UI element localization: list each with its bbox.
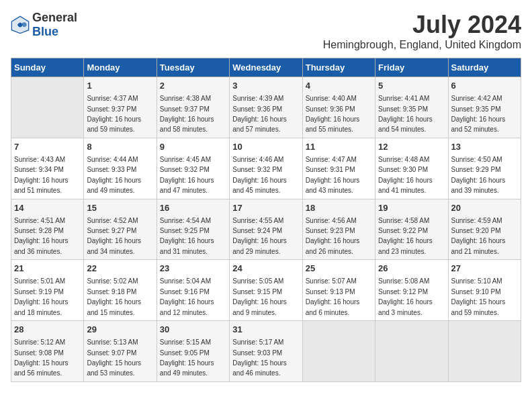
week-row-3: 14Sunrise: 4:51 AM Sunset: 9:28 PM Dayli… [11,199,521,260]
day-number: 16 [160,202,226,214]
column-header-sunday: Sunday [11,58,84,77]
week-row-1: 1Sunrise: 4:37 AM Sunset: 9:37 PM Daylig… [11,77,521,138]
day-cell: 30Sunrise: 5:15 AM Sunset: 9:05 PM Dayli… [157,321,229,382]
day-info: Sunrise: 4:50 AM Sunset: 9:29 PM Dayligh… [451,156,506,194]
day-number: 30 [160,324,226,336]
day-info: Sunrise: 4:48 AM Sunset: 9:30 PM Dayligh… [378,156,433,194]
day-cell: 24Sunrise: 5:05 AM Sunset: 9:15 PM Dayli… [230,260,302,321]
day-info: Sunrise: 5:01 AM Sunset: 9:19 PM Dayligh… [14,277,69,316]
day-number: 26 [378,263,445,275]
day-number: 25 [306,263,372,275]
day-number: 9 [160,141,226,153]
day-info: Sunrise: 4:51 AM Sunset: 9:28 PM Dayligh… [14,217,69,255]
title-section: July 2024 Hemingbrough, England, United … [323,11,521,51]
day-number: 10 [232,141,299,153]
logo-text: General Blue [32,11,77,39]
day-info: Sunrise: 5:10 AM Sunset: 9:10 PM Dayligh… [451,277,506,316]
day-cell [11,77,84,138]
day-number: 15 [87,202,153,214]
day-number: 13 [451,141,518,153]
day-number: 19 [378,202,445,214]
month-year: July 2024 [323,11,521,39]
day-number: 23 [160,263,226,275]
day-cell: 5Sunrise: 4:41 AM Sunset: 9:35 PM Daylig… [375,77,448,138]
day-number: 22 [87,263,153,275]
day-cell [448,321,521,382]
day-cell: 18Sunrise: 4:56 AM Sunset: 9:23 PM Dayli… [302,199,375,260]
column-header-tuesday: Tuesday [157,58,229,77]
day-number: 4 [306,80,372,92]
day-cell: 26Sunrise: 5:08 AM Sunset: 9:12 PM Dayli… [375,260,448,321]
day-cell: 29Sunrise: 5:13 AM Sunset: 9:07 PM Dayli… [84,321,157,382]
header: General Blue July 2024 Hemingbrough, Eng… [11,11,521,51]
day-info: Sunrise: 4:42 AM Sunset: 9:35 PM Dayligh… [451,95,506,133]
header-row: SundayMondayTuesdayWednesdayThursdayFrid… [11,58,521,77]
day-number: 8 [87,141,153,153]
day-info: Sunrise: 5:12 AM Sunset: 9:08 PM Dayligh… [14,338,69,377]
day-number: 20 [451,202,518,214]
day-info: Sunrise: 4:54 AM Sunset: 9:25 PM Dayligh… [160,217,214,255]
logo-blue: Blue [32,25,58,38]
day-info: Sunrise: 4:56 AM Sunset: 9:23 PM Dayligh… [306,217,360,255]
column-header-saturday: Saturday [448,58,521,77]
day-number: 2 [160,80,226,92]
location: Hemingbrough, England, United Kingdom [323,39,521,51]
day-info: Sunrise: 4:43 AM Sunset: 9:34 PM Dayligh… [14,156,69,194]
day-number: 17 [232,202,299,214]
column-header-monday: Monday [84,58,157,77]
day-cell: 9Sunrise: 4:45 AM Sunset: 9:32 PM Daylig… [157,138,229,199]
day-info: Sunrise: 4:41 AM Sunset: 9:35 PM Dayligh… [378,95,433,133]
day-cell: 20Sunrise: 4:59 AM Sunset: 9:20 PM Dayli… [448,199,521,260]
day-number: 24 [232,263,299,275]
day-number: 18 [306,202,372,214]
day-info: Sunrise: 4:58 AM Sunset: 9:22 PM Dayligh… [378,217,433,255]
day-cell: 15Sunrise: 4:52 AM Sunset: 9:27 PM Dayli… [84,199,157,260]
day-number: 5 [378,80,445,92]
day-number: 28 [14,324,81,336]
week-row-5: 28Sunrise: 5:12 AM Sunset: 9:08 PM Dayli… [11,321,521,382]
day-cell: 23Sunrise: 5:04 AM Sunset: 9:16 PM Dayli… [157,260,229,321]
logo: General Blue [11,11,77,39]
day-info: Sunrise: 4:37 AM Sunset: 9:37 PM Dayligh… [87,95,141,133]
day-cell: 31Sunrise: 5:17 AM Sunset: 9:03 PM Dayli… [230,321,302,382]
day-info: Sunrise: 5:02 AM Sunset: 9:18 PM Dayligh… [87,277,141,316]
day-cell: 16Sunrise: 4:54 AM Sunset: 9:25 PM Dayli… [157,199,229,260]
column-header-wednesday: Wednesday [230,58,302,77]
day-info: Sunrise: 5:17 AM Sunset: 9:03 PM Dayligh… [232,338,287,377]
day-cell: 17Sunrise: 4:55 AM Sunset: 9:24 PM Dayli… [230,199,302,260]
day-cell: 8Sunrise: 4:44 AM Sunset: 9:33 PM Daylig… [84,138,157,199]
day-number: 29 [87,324,153,336]
day-cell: 1Sunrise: 4:37 AM Sunset: 9:37 PM Daylig… [84,77,157,138]
day-cell: 6Sunrise: 4:42 AM Sunset: 9:35 PM Daylig… [448,77,521,138]
day-info: Sunrise: 5:08 AM Sunset: 9:12 PM Dayligh… [378,277,433,316]
day-number: 14 [14,202,81,214]
day-cell: 4Sunrise: 4:40 AM Sunset: 9:36 PM Daylig… [302,77,375,138]
day-number: 11 [306,141,372,153]
day-info: Sunrise: 4:40 AM Sunset: 9:36 PM Dayligh… [306,95,360,133]
day-cell: 7Sunrise: 4:43 AM Sunset: 9:34 PM Daylig… [11,138,84,199]
day-number: 27 [451,263,518,275]
day-info: Sunrise: 4:59 AM Sunset: 9:20 PM Dayligh… [451,217,506,255]
day-number: 6 [451,80,518,92]
day-info: Sunrise: 5:07 AM Sunset: 9:13 PM Dayligh… [306,277,360,316]
day-cell: 21Sunrise: 5:01 AM Sunset: 9:19 PM Dayli… [11,260,84,321]
day-cell: 10Sunrise: 4:46 AM Sunset: 9:32 PM Dayli… [230,138,302,199]
day-info: Sunrise: 5:13 AM Sunset: 9:07 PM Dayligh… [87,338,141,377]
day-cell: 19Sunrise: 4:58 AM Sunset: 9:22 PM Dayli… [375,199,448,260]
day-number: 12 [378,141,445,153]
day-cell: 22Sunrise: 5:02 AM Sunset: 9:18 PM Dayli… [84,260,157,321]
day-info: Sunrise: 4:39 AM Sunset: 9:36 PM Dayligh… [232,95,287,133]
day-number: 3 [232,80,299,92]
column-header-thursday: Thursday [302,58,375,77]
day-info: Sunrise: 4:46 AM Sunset: 9:32 PM Dayligh… [232,156,287,194]
day-info: Sunrise: 4:38 AM Sunset: 9:37 PM Dayligh… [160,95,214,133]
column-header-friday: Friday [375,58,448,77]
day-cell: 12Sunrise: 4:48 AM Sunset: 9:30 PM Dayli… [375,138,448,199]
day-cell: 27Sunrise: 5:10 AM Sunset: 9:10 PM Dayli… [448,260,521,321]
day-cell [302,321,375,382]
calendar-table: SundayMondayTuesdayWednesdayThursdayFrid… [11,58,521,382]
day-cell: 25Sunrise: 5:07 AM Sunset: 9:13 PM Dayli… [302,260,375,321]
day-cell: 28Sunrise: 5:12 AM Sunset: 9:08 PM Dayli… [11,321,84,382]
day-info: Sunrise: 4:52 AM Sunset: 9:27 PM Dayligh… [87,217,141,255]
day-cell: 11Sunrise: 4:47 AM Sunset: 9:31 PM Dayli… [302,138,375,199]
